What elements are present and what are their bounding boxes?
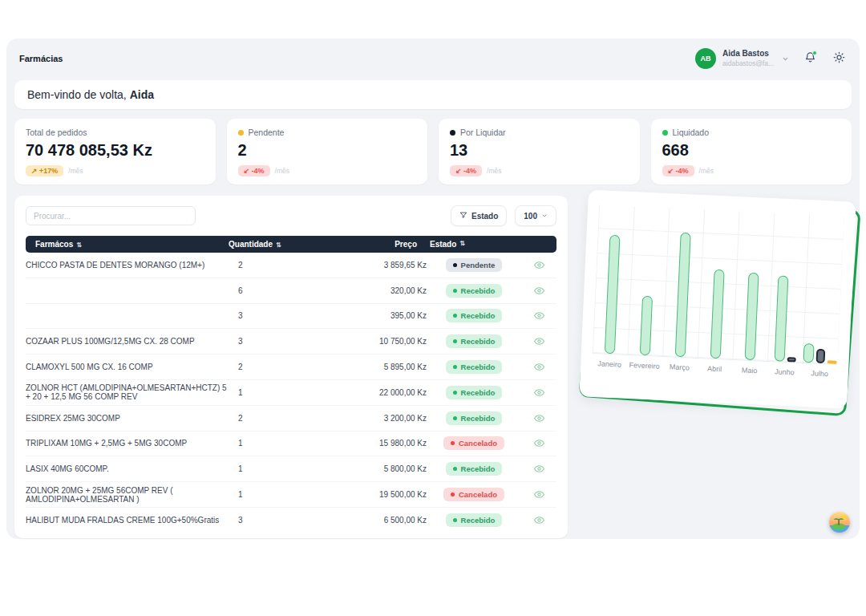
bar-por-liquidar [787, 357, 796, 362]
col-preco: Preço [395, 240, 417, 249]
chevron-down-icon [541, 212, 548, 221]
stat-value: 70 478 085,53 Kz [26, 141, 204, 160]
status-label: Cancelado [459, 439, 497, 448]
stat-trend-3: ↙ -4% [662, 165, 694, 176]
status-label: Recebido [461, 337, 496, 346]
monthly-chart: JaneiroFevereiroMarçoAbrilMaioJunhoJulho [584, 196, 852, 403]
status-label: Recebido [461, 516, 496, 525]
bar-liquidado [640, 296, 653, 356]
bar-liquidado [605, 235, 621, 354]
stat-trend-1: ↙ -4% [238, 165, 270, 176]
row-qty: 1 [238, 490, 342, 499]
chart-card: JaneiroFevereiroMarçoAbrilMaioJunhoJulho [579, 190, 856, 409]
bar-label: Junho [767, 367, 802, 377]
status-dot [453, 339, 457, 343]
bar-label: Abril [697, 364, 732, 374]
stat-trend-2: ↙ -4% [450, 165, 482, 176]
row-price: 5 800,00 Kz [342, 464, 427, 473]
col-quantidade[interactable]: Quantidade [229, 240, 273, 249]
row-price: 22 000,00 Kz [342, 388, 427, 397]
main-content: Estado 100 Farmácos⇅ Quantidade⇅ Preço E… [14, 196, 852, 538]
row-qty: 1 [238, 439, 342, 448]
page-size-select[interactable]: 100 [515, 205, 556, 226]
breadcrumb: Farmácias [19, 54, 63, 63]
stat-period: /mês [699, 167, 714, 175]
table-row[interactable]: COZAAR PLUS 100MG/12,5MG CX. 28 COMP 3 1… [26, 329, 556, 355]
stat-card-liquidado: Liquidado 668 ↙ -4%/mês [651, 119, 852, 184]
filter-funnel-icon [459, 211, 467, 221]
chart-plot [593, 205, 844, 365]
welcome-text: Bem-vindo de volta, [27, 88, 130, 101]
col-estado[interactable]: Estado [430, 240, 456, 249]
search-input[interactable] [26, 206, 196, 225]
table-row[interactable]: CHICCO PASTA DE DENTES MORANGO (12M+) 2 … [26, 253, 556, 278]
row-price: 395,00 Kz [342, 311, 427, 320]
table-row[interactable]: HALIBUT MUDA FRALDAS CREME 100G+50%Grati… [26, 508, 556, 533]
row-qty: 6 [238, 286, 342, 295]
row-qty: 3 [238, 311, 342, 320]
table-row[interactable]: ESIDREX 25MG 30COMP 2 3 200,00 Kz Recebi… [26, 406, 556, 432]
table-row[interactable]: 3 395,00 Kz Recebido [26, 304, 556, 330]
status-dot [453, 365, 457, 369]
notifications-button[interactable] [802, 51, 818, 67]
island-fab-button[interactable] [829, 512, 850, 533]
row-price: 5 895,00 Kz [342, 363, 427, 371]
row-name: LASIX 40MG 60COMP. [26, 464, 238, 473]
col-farmacos[interactable]: Farmácos [35, 240, 73, 249]
table-row[interactable]: ZOLNOR HCT (AMLODIPINA+OLMESARTAN+HCTZ) … [26, 380, 556, 406]
view-eye-icon[interactable] [534, 387, 544, 398]
status-badge: Recebido [446, 513, 503, 527]
stat-dot-1 [238, 130, 244, 136]
view-eye-icon[interactable] [534, 438, 544, 448]
bar-liquidado [745, 273, 759, 361]
table-row[interactable]: TRIPLIXAM 10MG + 2,5MG + 5MG 30COMP 1 15… [26, 432, 556, 457]
bar-liquidado [775, 275, 789, 362]
bar-label: Julho [802, 369, 837, 379]
estado-filter-button[interactable]: Estado [451, 205, 507, 226]
row-qty: 2 [238, 414, 342, 423]
row-qty: 1 [238, 464, 342, 473]
table-row[interactable]: CLAMOXYL 500 MG CX. 16 COMP 2 5 895,00 K… [26, 355, 556, 380]
user-email: aidabastos@fa... [722, 59, 774, 68]
welcome-name: Aida [130, 88, 154, 101]
orders-table-card: Estado 100 Farmácos⇅ Quantidade⇅ Preço E… [14, 196, 568, 538]
bar-label: Janeiro [592, 359, 627, 369]
row-name: ESIDREX 25MG 30COMP [26, 414, 238, 423]
row-price: 6 500,00 Kz [342, 516, 427, 525]
stat-period: /mês [487, 167, 501, 175]
table-row[interactable]: ZOLNOR 20MG + 25MG 56COMP REV ( AMLODIPI… [26, 482, 556, 508]
app-canvas: Farmácias AB Aida Bastos aidabastos@fa..… [6, 38, 860, 539]
view-eye-icon[interactable] [534, 336, 544, 346]
bar-liquidado [674, 232, 690, 357]
table-row[interactable]: LASIX 40MG 60COMP. 1 5 800,00 Kz Recebid… [26, 456, 556, 482]
view-eye-icon[interactable] [534, 464, 544, 474]
view-eye-icon[interactable] [534, 489, 544, 500]
sort-icon: ⇅ [276, 241, 281, 249]
view-eye-icon[interactable] [534, 260, 544, 270]
view-eye-icon[interactable] [534, 362, 544, 372]
status-badge: Pendente [446, 258, 503, 272]
status-badge: Recebido [446, 284, 503, 298]
table-row[interactable]: 6 320,00 Kz Recebido [26, 278, 556, 304]
status-dot [453, 263, 457, 267]
view-eye-icon[interactable] [534, 286, 544, 296]
stat-cards: Total de pedidos 70 478 085,53 Kz ↗ +17%… [14, 119, 852, 184]
status-label: Recebido [461, 363, 496, 371]
view-eye-icon[interactable] [534, 515, 544, 525]
notification-dot [812, 51, 817, 55]
stat-card-pendente: Pendente 2 ↙ -4%/mês [227, 119, 428, 184]
view-eye-icon[interactable] [534, 413, 544, 424]
row-qty: 1 [238, 388, 342, 397]
stat-label: Pendente [249, 128, 285, 137]
user-menu[interactable]: AB Aida Bastos aidabastos@fa... [695, 48, 789, 69]
table-body: CHICCO PASTA DE DENTES MORANGO (12M+) 2 … [26, 253, 556, 533]
status-dot [453, 518, 457, 522]
view-eye-icon[interactable] [534, 310, 544, 321]
row-qty: 3 [238, 516, 342, 525]
status-badge: Recebido [446, 360, 503, 374]
theme-toggle-button[interactable] [831, 51, 847, 67]
sort-icon: ⇅ [76, 241, 82, 249]
row-name: CHICCO PASTA DE DENTES MORANGO (12M+) [26, 261, 238, 270]
status-label: Recebido [461, 286, 496, 295]
status-label: Cancelado [459, 490, 497, 499]
